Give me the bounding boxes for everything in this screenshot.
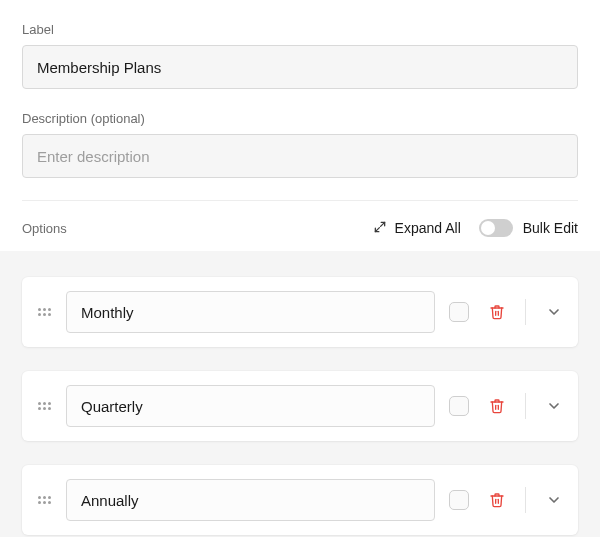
trash-icon — [489, 303, 505, 321]
options-panel — [0, 251, 600, 537]
option-checkbox[interactable] — [449, 396, 469, 416]
expand-all-button[interactable]: Expand All — [373, 220, 461, 237]
trash-icon — [489, 397, 505, 415]
label-field-group: Label — [22, 22, 578, 89]
chevron-down-icon — [546, 492, 562, 508]
option-checkbox[interactable] — [449, 302, 469, 322]
action-divider — [525, 487, 526, 513]
action-divider — [525, 393, 526, 419]
drag-handle-icon[interactable] — [36, 402, 52, 410]
trash-icon — [489, 491, 505, 509]
drag-handle-icon[interactable] — [36, 308, 52, 316]
expand-option-button[interactable] — [544, 490, 564, 510]
expand-option-button[interactable] — [544, 396, 564, 416]
option-row — [22, 465, 578, 535]
expand-option-button[interactable] — [544, 302, 564, 322]
bulk-edit-toggle[interactable] — [479, 219, 513, 237]
option-actions — [449, 299, 564, 325]
bulk-edit-label: Bulk Edit — [523, 220, 578, 236]
section-divider — [22, 200, 578, 201]
action-divider — [525, 299, 526, 325]
options-bar: Options Expand All Bulk Edit — [22, 219, 578, 237]
option-row — [22, 277, 578, 347]
label-input[interactable] — [22, 45, 578, 89]
chevron-down-icon — [546, 398, 562, 414]
option-value-input[interactable] — [66, 291, 435, 333]
option-actions — [449, 393, 564, 419]
description-input[interactable] — [22, 134, 578, 178]
options-title: Options — [22, 221, 355, 236]
expand-icon — [373, 220, 387, 237]
delete-option-button[interactable] — [487, 396, 507, 416]
delete-option-button[interactable] — [487, 490, 507, 510]
option-row — [22, 371, 578, 441]
description-caption: Description (optional) — [22, 111, 578, 126]
drag-handle-icon[interactable] — [36, 496, 52, 504]
option-value-input[interactable] — [66, 479, 435, 521]
toggle-knob — [481, 221, 495, 235]
chevron-down-icon — [546, 304, 562, 320]
option-actions — [449, 487, 564, 513]
option-value-input[interactable] — [66, 385, 435, 427]
description-field-group: Description (optional) — [22, 111, 578, 178]
expand-all-label: Expand All — [395, 220, 461, 236]
option-checkbox[interactable] — [449, 490, 469, 510]
bulk-edit-group: Bulk Edit — [479, 219, 578, 237]
delete-option-button[interactable] — [487, 302, 507, 322]
label-caption: Label — [22, 22, 578, 37]
